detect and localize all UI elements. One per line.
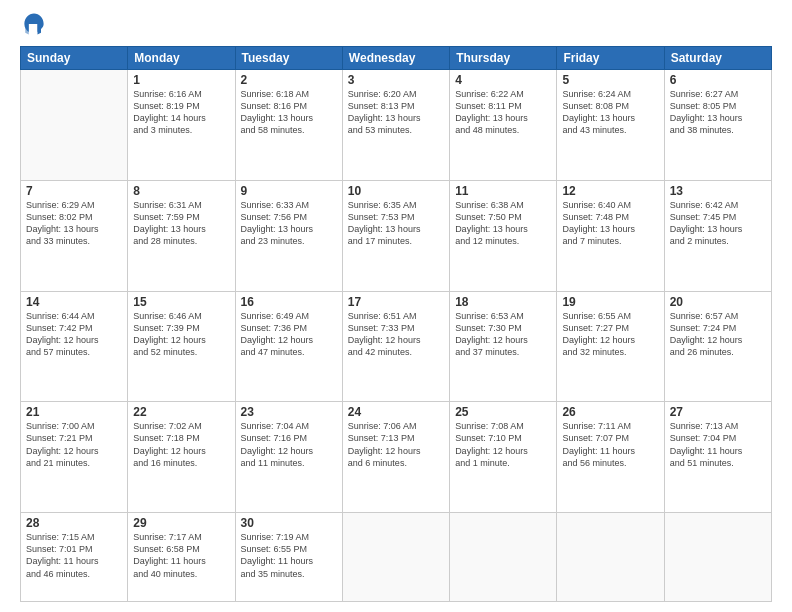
calendar-cell: 18Sunrise: 6:53 AM Sunset: 7:30 PM Dayli…: [450, 291, 557, 402]
day-number: 9: [241, 184, 337, 198]
day-number: 13: [670, 184, 766, 198]
day-number: 5: [562, 73, 658, 87]
calendar-cell: 24Sunrise: 7:06 AM Sunset: 7:13 PM Dayli…: [342, 402, 449, 513]
day-info: Sunrise: 6:49 AM Sunset: 7:36 PM Dayligh…: [241, 310, 337, 359]
calendar-cell: 22Sunrise: 7:02 AM Sunset: 7:18 PM Dayli…: [128, 402, 235, 513]
calendar-cell: 16Sunrise: 6:49 AM Sunset: 7:36 PM Dayli…: [235, 291, 342, 402]
day-info: Sunrise: 6:35 AM Sunset: 7:53 PM Dayligh…: [348, 199, 444, 248]
day-number: 6: [670, 73, 766, 87]
day-info: Sunrise: 6:31 AM Sunset: 7:59 PM Dayligh…: [133, 199, 229, 248]
day-number: 11: [455, 184, 551, 198]
day-info: Sunrise: 6:51 AM Sunset: 7:33 PM Dayligh…: [348, 310, 444, 359]
calendar-cell: 15Sunrise: 6:46 AM Sunset: 7:39 PM Dayli…: [128, 291, 235, 402]
calendar-cell: 12Sunrise: 6:40 AM Sunset: 7:48 PM Dayli…: [557, 180, 664, 291]
day-info: Sunrise: 6:18 AM Sunset: 8:16 PM Dayligh…: [241, 88, 337, 137]
calendar-cell: 20Sunrise: 6:57 AM Sunset: 7:24 PM Dayli…: [664, 291, 771, 402]
day-info: Sunrise: 6:29 AM Sunset: 8:02 PM Dayligh…: [26, 199, 122, 248]
header: [20, 10, 772, 38]
day-info: Sunrise: 6:44 AM Sunset: 7:42 PM Dayligh…: [26, 310, 122, 359]
day-info: Sunrise: 6:46 AM Sunset: 7:39 PM Dayligh…: [133, 310, 229, 359]
calendar-day-header: Monday: [128, 47, 235, 70]
calendar-cell: 6Sunrise: 6:27 AM Sunset: 8:05 PM Daylig…: [664, 70, 771, 181]
day-number: 15: [133, 295, 229, 309]
day-number: 29: [133, 516, 229, 530]
calendar-week-row: 7Sunrise: 6:29 AM Sunset: 8:02 PM Daylig…: [21, 180, 772, 291]
day-info: Sunrise: 7:15 AM Sunset: 7:01 PM Dayligh…: [26, 531, 122, 580]
calendar-cell: 4Sunrise: 6:22 AM Sunset: 8:11 PM Daylig…: [450, 70, 557, 181]
calendar-day-header: Thursday: [450, 47, 557, 70]
day-info: Sunrise: 7:02 AM Sunset: 7:18 PM Dayligh…: [133, 420, 229, 469]
day-info: Sunrise: 7:04 AM Sunset: 7:16 PM Dayligh…: [241, 420, 337, 469]
calendar-cell: 30Sunrise: 7:19 AM Sunset: 6:55 PM Dayli…: [235, 513, 342, 602]
logo: [20, 10, 52, 38]
calendar-cell: 29Sunrise: 7:17 AM Sunset: 6:58 PM Dayli…: [128, 513, 235, 602]
day-number: 26: [562, 405, 658, 419]
calendar-day-header: Friday: [557, 47, 664, 70]
calendar-cell: 3Sunrise: 6:20 AM Sunset: 8:13 PM Daylig…: [342, 70, 449, 181]
day-info: Sunrise: 6:40 AM Sunset: 7:48 PM Dayligh…: [562, 199, 658, 248]
day-number: 24: [348, 405, 444, 419]
day-info: Sunrise: 6:24 AM Sunset: 8:08 PM Dayligh…: [562, 88, 658, 137]
day-number: 8: [133, 184, 229, 198]
day-number: 20: [670, 295, 766, 309]
day-info: Sunrise: 6:27 AM Sunset: 8:05 PM Dayligh…: [670, 88, 766, 137]
calendar-cell: 28Sunrise: 7:15 AM Sunset: 7:01 PM Dayli…: [21, 513, 128, 602]
day-number: 2: [241, 73, 337, 87]
logo-icon: [20, 10, 48, 38]
calendar-cell: 27Sunrise: 7:13 AM Sunset: 7:04 PM Dayli…: [664, 402, 771, 513]
calendar-day-header: Saturday: [664, 47, 771, 70]
calendar-cell: 11Sunrise: 6:38 AM Sunset: 7:50 PM Dayli…: [450, 180, 557, 291]
day-number: 25: [455, 405, 551, 419]
calendar-cell: [557, 513, 664, 602]
day-info: Sunrise: 7:08 AM Sunset: 7:10 PM Dayligh…: [455, 420, 551, 469]
calendar-header-row: SundayMondayTuesdayWednesdayThursdayFrid…: [21, 47, 772, 70]
day-number: 3: [348, 73, 444, 87]
day-info: Sunrise: 7:06 AM Sunset: 7:13 PM Dayligh…: [348, 420, 444, 469]
day-info: Sunrise: 7:13 AM Sunset: 7:04 PM Dayligh…: [670, 420, 766, 469]
calendar-cell: 26Sunrise: 7:11 AM Sunset: 7:07 PM Dayli…: [557, 402, 664, 513]
calendar-cell: 13Sunrise: 6:42 AM Sunset: 7:45 PM Dayli…: [664, 180, 771, 291]
calendar-cell: 14Sunrise: 6:44 AM Sunset: 7:42 PM Dayli…: [21, 291, 128, 402]
day-number: 12: [562, 184, 658, 198]
day-number: 22: [133, 405, 229, 419]
day-info: Sunrise: 7:19 AM Sunset: 6:55 PM Dayligh…: [241, 531, 337, 580]
day-number: 4: [455, 73, 551, 87]
calendar-cell: [21, 70, 128, 181]
day-number: 10: [348, 184, 444, 198]
day-info: Sunrise: 6:16 AM Sunset: 8:19 PM Dayligh…: [133, 88, 229, 137]
calendar-week-row: 14Sunrise: 6:44 AM Sunset: 7:42 PM Dayli…: [21, 291, 772, 402]
calendar-table: SundayMondayTuesdayWednesdayThursdayFrid…: [20, 46, 772, 602]
day-number: 28: [26, 516, 122, 530]
day-info: Sunrise: 6:20 AM Sunset: 8:13 PM Dayligh…: [348, 88, 444, 137]
calendar-day-header: Wednesday: [342, 47, 449, 70]
calendar-cell: 1Sunrise: 6:16 AM Sunset: 8:19 PM Daylig…: [128, 70, 235, 181]
calendar-week-row: 1Sunrise: 6:16 AM Sunset: 8:19 PM Daylig…: [21, 70, 772, 181]
day-info: Sunrise: 6:22 AM Sunset: 8:11 PM Dayligh…: [455, 88, 551, 137]
day-info: Sunrise: 6:57 AM Sunset: 7:24 PM Dayligh…: [670, 310, 766, 359]
day-number: 7: [26, 184, 122, 198]
day-number: 14: [26, 295, 122, 309]
calendar-cell: 23Sunrise: 7:04 AM Sunset: 7:16 PM Dayli…: [235, 402, 342, 513]
day-number: 17: [348, 295, 444, 309]
day-info: Sunrise: 6:33 AM Sunset: 7:56 PM Dayligh…: [241, 199, 337, 248]
calendar-cell: [664, 513, 771, 602]
day-number: 16: [241, 295, 337, 309]
day-info: Sunrise: 6:55 AM Sunset: 7:27 PM Dayligh…: [562, 310, 658, 359]
day-number: 30: [241, 516, 337, 530]
page: SundayMondayTuesdayWednesdayThursdayFrid…: [0, 0, 792, 612]
calendar-cell: 7Sunrise: 6:29 AM Sunset: 8:02 PM Daylig…: [21, 180, 128, 291]
day-number: 21: [26, 405, 122, 419]
calendar-cell: 21Sunrise: 7:00 AM Sunset: 7:21 PM Dayli…: [21, 402, 128, 513]
day-number: 23: [241, 405, 337, 419]
day-info: Sunrise: 7:00 AM Sunset: 7:21 PM Dayligh…: [26, 420, 122, 469]
calendar-cell: 10Sunrise: 6:35 AM Sunset: 7:53 PM Dayli…: [342, 180, 449, 291]
day-info: Sunrise: 6:38 AM Sunset: 7:50 PM Dayligh…: [455, 199, 551, 248]
day-info: Sunrise: 7:17 AM Sunset: 6:58 PM Dayligh…: [133, 531, 229, 580]
calendar-cell: 9Sunrise: 6:33 AM Sunset: 7:56 PM Daylig…: [235, 180, 342, 291]
day-info: Sunrise: 7:11 AM Sunset: 7:07 PM Dayligh…: [562, 420, 658, 469]
calendar-cell: 5Sunrise: 6:24 AM Sunset: 8:08 PM Daylig…: [557, 70, 664, 181]
day-number: 27: [670, 405, 766, 419]
day-number: 19: [562, 295, 658, 309]
calendar-cell: 2Sunrise: 6:18 AM Sunset: 8:16 PM Daylig…: [235, 70, 342, 181]
calendar-cell: [450, 513, 557, 602]
